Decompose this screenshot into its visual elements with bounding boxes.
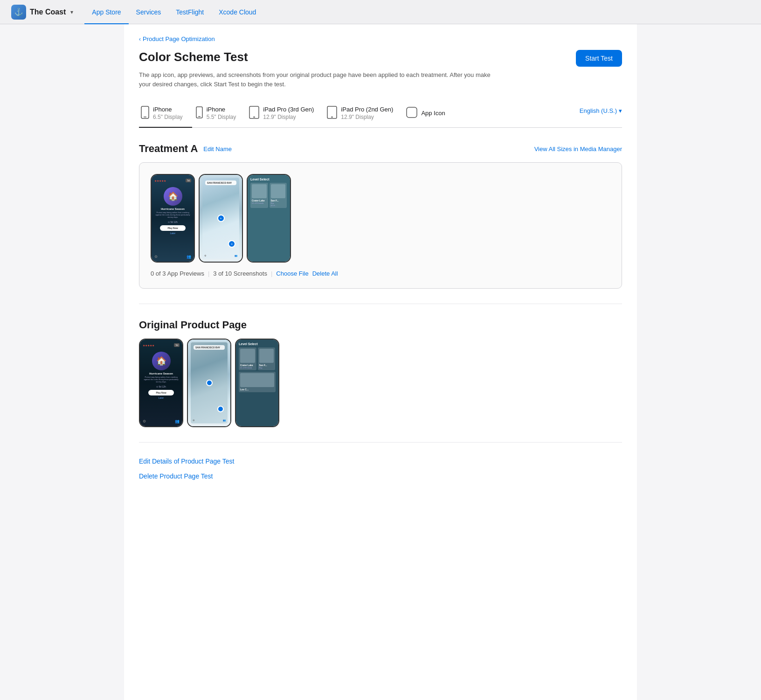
app-icon-tab-icon — [406, 107, 417, 120]
tab-ipad-2nd-name: iPad Pro (2nd Gen) — [341, 106, 393, 114]
nav-links: App Store Services TestFlight Xcode Clou… — [84, 0, 263, 24]
section-separator-1 — [139, 304, 622, 304]
page-description: The app icon, app previews, and screensh… — [139, 70, 503, 89]
treatment-a-screenshot-area: ★★★★★ 5d 🏠 Hurricane Season Protect way-… — [139, 162, 622, 289]
svg-rect-7 — [331, 117, 333, 118]
original-page-title: Original Product Page — [139, 319, 622, 331]
page-header: Color Scheme Test Start Test — [139, 50, 622, 67]
breadcrumb[interactable]: ‹ Product Page Optimization — [139, 35, 622, 42]
delete-test-link[interactable]: Delete Product Page Test — [139, 472, 622, 480]
iphone-55-icon — [196, 106, 203, 121]
screenshot-3: Level Select Crater Lake #1 of 8 friends… — [247, 174, 291, 263]
ipad-3rd-icon — [249, 106, 259, 121]
phone-artwork-icon: 🏠 — [164, 187, 182, 206]
breadcrumb-label: Product Page Optimization — [143, 35, 215, 42]
tab-ipad-3rd-size: 12.9" Display — [263, 114, 314, 121]
svg-rect-8 — [407, 107, 417, 118]
bottom-links: Edit Details of Product Page Test Delete… — [139, 457, 622, 480]
tab-app-icon-name: App Icon — [421, 110, 445, 118]
nav-link-app-store[interactable]: App Store — [84, 0, 128, 24]
brand-name: The Coast — [30, 8, 66, 16]
original-screenshot-2: SAN FRANCISCO BAY ⚙ 👥 — [187, 339, 231, 427]
screenshots-count: 3 of 10 Screenshots — [213, 270, 267, 277]
nav-link-testflight[interactable]: TestFlight — [168, 0, 211, 24]
tab-iphone-55-size: 5.5" Display — [207, 114, 236, 121]
breadcrumb-chevron-icon: ‹ — [139, 36, 141, 42]
device-tabs: iPhone 6.5" Display iPhone 5.5" Display — [139, 100, 622, 128]
svg-rect-5 — [253, 117, 255, 118]
page-title: Color Scheme Test — [139, 50, 248, 64]
main-content: ‹ Product Page Optimization Color Scheme… — [124, 24, 637, 700]
tab-iphone-65-name: iPhone — [153, 106, 183, 114]
treatment-a-section: Treatment A Edit Name View All Sizes in … — [139, 143, 622, 289]
tab-app-icon[interactable]: App Icon — [404, 101, 454, 127]
edit-details-link[interactable]: Edit Details of Product Page Test — [139, 457, 622, 465]
language-selector[interactable]: English (U.S.) ▾ — [580, 107, 622, 120]
screenshots-row: ★★★★★ 5d 🏠 Hurricane Season Protect way-… — [151, 174, 610, 263]
svg-rect-1 — [144, 117, 146, 118]
nav-link-services[interactable]: Services — [129, 0, 169, 24]
tab-iphone-55-name: iPhone — [207, 106, 236, 114]
screenshot-1: ★★★★★ 5d 🏠 Hurricane Season Protect way-… — [151, 174, 195, 263]
delete-all-link[interactable]: Delete All — [312, 270, 338, 277]
original-screenshot-3: Level Select Crater Lake #1 of 8 friends… — [235, 339, 279, 427]
original-product-page-section: Original Product Page ★★★★★ 5d 🏠 Hurrica… — [139, 319, 622, 427]
nav-brand[interactable]: ⚓ The Coast ▾ — [11, 5, 73, 20]
choose-file-link[interactable]: Choose File — [276, 270, 308, 277]
original-screenshot-1: ★★★★★ 5d 🏠 Hurricane Season Protect way-… — [139, 339, 183, 427]
iphone-65-icon — [141, 106, 149, 121]
edit-name-link[interactable]: Edit Name — [203, 146, 232, 152]
screenshot-2: SAN FRANCISCO BAY + + ⚙ 👥 — [199, 174, 243, 263]
tab-iphone-55[interactable]: iPhone 5.5" Display — [194, 100, 246, 127]
language-chevron-icon: ▾ — [619, 107, 622, 114]
tab-ipad-2nd-size: 12.9" Display — [341, 114, 393, 121]
previews-count: 0 of 3 App Previews — [151, 270, 204, 277]
app-icon: ⚓ — [11, 5, 26, 20]
ipad-2nd-icon — [327, 106, 337, 121]
original-screenshots-row: ★★★★★ 5d 🏠 Hurricane Season Protect way-… — [139, 339, 622, 427]
start-test-button[interactable]: Start Test — [576, 50, 622, 67]
treatment-a-header: Treatment A Edit Name View All Sizes in … — [139, 143, 622, 155]
treatment-a-title: Treatment A — [139, 143, 198, 155]
brand-chevron-icon: ▾ — [70, 9, 73, 15]
tab-iphone-65-size: 6.5" Display — [153, 114, 183, 121]
tab-ipad-3rd-name: iPad Pro (3rd Gen) — [263, 106, 314, 114]
svg-rect-3 — [198, 116, 201, 117]
section-separator-2 — [139, 442, 622, 443]
language-label: English (U.S.) — [580, 107, 617, 114]
tab-ipad-2nd[interactable]: iPad Pro (2nd Gen) 12.9" Display — [325, 100, 402, 128]
view-all-sizes-link[interactable]: View All Sizes in Media Manager — [534, 146, 622, 152]
top-nav: ⚓ The Coast ▾ App Store Services TestFli… — [0, 0, 761, 24]
nav-link-xcode-cloud[interactable]: Xcode Cloud — [211, 0, 263, 24]
tab-iphone-65[interactable]: iPhone 6.5" Display — [139, 100, 192, 128]
tab-ipad-3rd[interactable]: iPad Pro (3rd Gen) 12.9" Display — [247, 100, 323, 128]
screenshots-meta: 0 of 3 App Previews | 3 of 10 Screenshot… — [151, 270, 610, 277]
